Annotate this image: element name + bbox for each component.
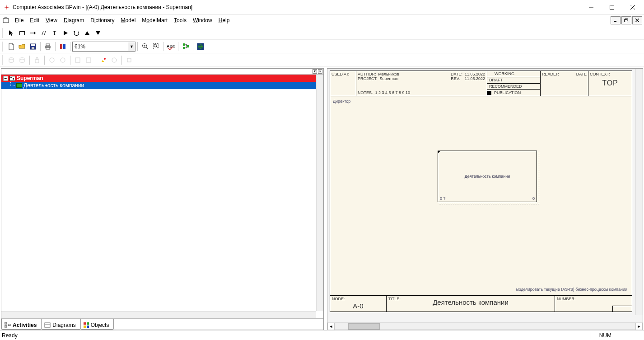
- title-cell: TITLE: Деятельность компании: [387, 296, 555, 312]
- svg-rect-56: [87, 326, 89, 328]
- mm-button-5: [72, 55, 83, 66]
- mdi-restore-button[interactable]: [621, 16, 631, 24]
- up-triangle-button[interactable]: [82, 28, 93, 38]
- tree-root[interactable]: − Superman: [1, 75, 316, 82]
- menu-window[interactable]: Window: [190, 16, 215, 24]
- zoom-input[interactable]: [73, 43, 128, 50]
- new-button[interactable]: [6, 41, 17, 52]
- play-tool-button[interactable]: [60, 28, 71, 38]
- window-controls: [581, 0, 643, 14]
- close-button[interactable]: [622, 0, 643, 14]
- scroll-thumb[interactable]: [348, 323, 380, 330]
- open-button[interactable]: [17, 41, 28, 52]
- tree-vertical-scrollbar[interactable]: [316, 75, 323, 311]
- maximize-button[interactable]: [602, 0, 622, 14]
- activity-box[interactable]: Деятельность компании 0 ? 0: [438, 151, 537, 202]
- toolbar-drawing: T: [0, 26, 644, 40]
- svg-rect-47: [17, 84, 22, 88]
- spellcheck-button[interactable]: ABC: [165, 41, 176, 52]
- tab-diagrams[interactable]: Diagrams: [41, 319, 80, 330]
- palette-button[interactable]: [57, 41, 68, 52]
- menu-dictionary[interactable]: Dictionary: [87, 16, 117, 24]
- pane-close-button[interactable]: ×: [318, 69, 322, 74]
- zoom-combo[interactable]: ▼: [72, 42, 135, 52]
- save-button[interactable]: [28, 41, 38, 52]
- svg-rect-53: [84, 322, 86, 325]
- svg-line-22: [146, 47, 148, 50]
- undo-tool-button[interactable]: [71, 28, 82, 38]
- model-icon: [9, 76, 15, 81]
- mm-button-7: [109, 55, 120, 66]
- node-label: NODE:: [332, 297, 345, 301]
- model-tree[interactable]: − Superman Деятельность компании: [1, 75, 316, 311]
- mm-button-1: [6, 55, 17, 66]
- svg-rect-18: [46, 47, 50, 49]
- text-tool-button[interactable]: T: [49, 28, 60, 38]
- mm-lock-button: [32, 55, 42, 66]
- splitter[interactable]: [324, 68, 327, 330]
- mdi-close-button[interactable]: [632, 16, 642, 24]
- canvas-horizontal-scrollbar[interactable]: ◄ ►: [327, 322, 643, 330]
- number-label: NUMBER:: [557, 297, 576, 301]
- zoom-in-button[interactable]: [140, 41, 150, 52]
- svg-rect-48: [5, 322, 7, 324]
- menu-help[interactable]: Help: [215, 16, 233, 24]
- menu-diagram[interactable]: Diagram: [61, 16, 87, 24]
- down-triangle-button[interactable]: [93, 28, 103, 38]
- status-text: Ready: [2, 332, 18, 339]
- zoom-fit-button[interactable]: [150, 41, 161, 52]
- svg-line-27: [156, 47, 158, 48]
- tab-objects[interactable]: Objects: [80, 319, 114, 330]
- model-explorer-button[interactable]: [180, 41, 191, 52]
- diagram-body[interactable]: Директор Деятельность компании 0 ? 0 мод…: [330, 96, 632, 295]
- director-label: Директор: [333, 99, 350, 104]
- context-label: CONTEXT:: [590, 72, 610, 76]
- zoom-dropdown-button[interactable]: ▼: [128, 42, 135, 51]
- pane-dropdown-button[interactable]: ▾: [313, 69, 317, 74]
- toolbar-grip[interactable]: [2, 55, 5, 65]
- mdi-controls: [610, 16, 642, 24]
- canvas-vertical-scrollbar[interactable]: [635, 69, 643, 315]
- menubar-app-icon: [2, 16, 10, 24]
- toolbar-grip[interactable]: [2, 42, 5, 52]
- diagrams-icon: [44, 322, 51, 328]
- scroll-left-button[interactable]: ◄: [327, 323, 335, 330]
- tree-horizontal-scrollbar[interactable]: [1, 311, 316, 318]
- squiggle-tool-button[interactable]: [38, 28, 49, 38]
- menu-file[interactable]: File: [12, 16, 27, 24]
- pointer-tool-button[interactable]: [6, 28, 17, 38]
- menubar: File Edit View Diagram Dictionary Model …: [0, 14, 644, 26]
- svg-rect-51: [45, 323, 50, 327]
- mm-highlight-button[interactable]: [98, 55, 109, 66]
- globe-button[interactable]: [195, 41, 206, 52]
- tree-item[interactable]: Деятельность компании: [1, 82, 316, 89]
- svg-rect-30: [183, 47, 185, 49]
- minimize-button[interactable]: [581, 0, 602, 14]
- pane-header: ▾ ×: [1, 69, 323, 75]
- menu-model[interactable]: Model: [118, 16, 139, 24]
- svg-point-34: [9, 57, 14, 59]
- print-button[interactable]: [42, 41, 53, 52]
- status-num: NUM: [591, 332, 620, 339]
- svg-rect-19: [60, 44, 62, 49]
- activities-icon: [5, 322, 11, 328]
- mm-button-4: [57, 55, 68, 66]
- context-cell: CONTEXT: TOP: [588, 71, 632, 96]
- date2-label: DATE: [576, 72, 587, 76]
- objects-icon: [84, 322, 89, 328]
- scroll-right-button[interactable]: ►: [635, 323, 643, 330]
- toolbar-grip[interactable]: [2, 28, 5, 38]
- activity-box-tool-button[interactable]: [17, 28, 28, 38]
- toolbar-separator: [40, 42, 41, 51]
- tree-collapse-icon[interactable]: −: [3, 76, 8, 81]
- menu-tools[interactable]: Tools: [171, 16, 190, 24]
- diagram-canvas[interactable]: USED AT: AUTHOR: Мельников PROJECT: Supe…: [327, 69, 643, 322]
- toolbar-separator: [29, 56, 30, 65]
- svg-rect-29: [183, 43, 185, 46]
- menu-modelmart[interactable]: ModelMart: [139, 16, 171, 24]
- menu-edit[interactable]: Edit: [27, 16, 42, 24]
- tab-activities[interactable]: Activities: [1, 319, 42, 330]
- arrow-tool-button[interactable]: [28, 28, 38, 38]
- menu-view[interactable]: View: [42, 16, 61, 24]
- mdi-minimize-button[interactable]: [611, 16, 621, 24]
